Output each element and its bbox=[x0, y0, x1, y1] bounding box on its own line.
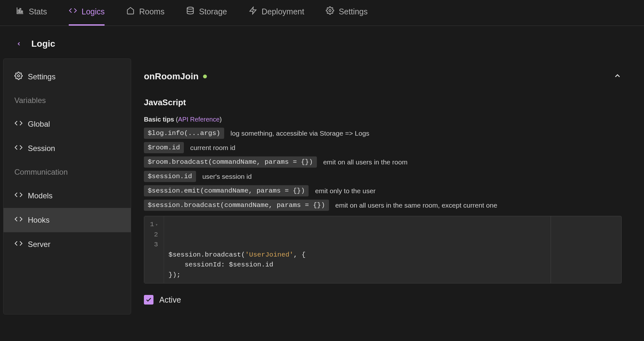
tab-storage[interactable]: Storage bbox=[186, 6, 227, 26]
main-panel: onRoomJoin JavaScript Basic tips (API Re… bbox=[144, 59, 641, 314]
tip-row: $session.iduser's session id bbox=[144, 171, 622, 182]
bolt-icon bbox=[249, 6, 257, 17]
gear-icon bbox=[14, 72, 23, 82]
tip-code: $log.info(...args) bbox=[144, 128, 224, 139]
svg-point-5 bbox=[329, 10, 331, 12]
code-line: }); bbox=[169, 270, 617, 280]
svg-rect-0 bbox=[18, 10, 19, 13]
sidebar-item-label: Settings bbox=[28, 72, 56, 81]
gear-icon bbox=[326, 6, 334, 17]
active-checkbox[interactable] bbox=[144, 295, 153, 305]
sidebar-item-models[interactable]: Models bbox=[4, 184, 131, 208]
sidebar-item-label: Global bbox=[28, 120, 50, 129]
code-icon bbox=[14, 191, 23, 201]
sidebar-section-variables: Variables bbox=[4, 89, 131, 112]
code-wrap-guide bbox=[551, 216, 551, 283]
tip-row: $log.info(...args)log something, accessi… bbox=[144, 128, 622, 139]
sidebar-item-session[interactable]: Session bbox=[4, 136, 131, 161]
tab-rooms[interactable]: Rooms bbox=[126, 6, 164, 26]
tip-desc: emit on all users in the same room, exce… bbox=[335, 202, 498, 209]
code-gutter: 1▾23 bbox=[144, 216, 164, 283]
language-title: JavaScript bbox=[144, 98, 622, 107]
tip-code: $session.emit(commandName, params = {}) bbox=[144, 185, 309, 196]
tips-list: $log.info(...args)log something, accessi… bbox=[144, 128, 622, 211]
code-icon bbox=[14, 143, 23, 154]
home-icon bbox=[126, 6, 135, 17]
tips-label: Basic tips bbox=[144, 116, 174, 123]
tab-logics[interactable]: Logics bbox=[69, 6, 105, 26]
back-button[interactable] bbox=[16, 41, 22, 47]
sidebar-item-global[interactable]: Global bbox=[4, 112, 131, 136]
active-label: Active bbox=[159, 295, 181, 305]
page-title: Logic bbox=[31, 39, 55, 49]
stats-icon bbox=[16, 6, 24, 17]
svg-rect-1 bbox=[20, 9, 21, 13]
tip-desc: log something, accessible via Storage =>… bbox=[231, 130, 369, 137]
tip-code: $room.broadcast(commandName, params = {}… bbox=[144, 156, 317, 168]
sidebar-item-label: Session bbox=[28, 144, 55, 153]
code-icon bbox=[14, 119, 23, 129]
code-body[interactable]: $session.broadcast('UserJoined', { sessi… bbox=[164, 216, 621, 283]
tip-row: $session.emit(commandName, params = {})e… bbox=[144, 185, 622, 196]
api-reference-link[interactable]: API Reference bbox=[178, 116, 220, 123]
tip-row: $room.broadcast(commandName, params = {}… bbox=[144, 156, 622, 168]
svg-marker-4 bbox=[250, 7, 256, 14]
tab-settings[interactable]: Settings bbox=[326, 6, 367, 26]
tips-header: Basic tips (API Reference) bbox=[144, 116, 622, 123]
status-dot-active bbox=[203, 75, 207, 78]
code-icon bbox=[14, 215, 23, 225]
tip-code: $room.id bbox=[144, 142, 184, 153]
tab-label: Storage bbox=[199, 7, 227, 16]
sidebar-item-label: Server bbox=[28, 240, 51, 249]
tab-label: Settings bbox=[339, 7, 367, 16]
active-row: Active bbox=[144, 295, 622, 305]
sidebar-item-label: Models bbox=[28, 191, 52, 200]
tab-label: Logics bbox=[82, 7, 105, 16]
tip-desc: user's session id bbox=[202, 173, 252, 180]
page-header: Logic bbox=[0, 26, 644, 59]
collapse-button[interactable] bbox=[613, 72, 622, 82]
svg-point-3 bbox=[187, 7, 194, 9]
tip-desc: current room id bbox=[190, 144, 235, 152]
tab-label: Stats bbox=[29, 7, 47, 16]
sidebar: Settings Variables Global Session Commun… bbox=[3, 59, 131, 314]
tip-code: $session.broadcast(commandName, params =… bbox=[144, 200, 329, 211]
sidebar-item-label: Hooks bbox=[28, 216, 50, 225]
sidebar-item-settings[interactable]: Settings bbox=[4, 65, 131, 89]
tip-row: $session.broadcast(commandName, params =… bbox=[144, 200, 622, 211]
tip-desc: emit only to the user bbox=[315, 187, 375, 195]
code-line: $session.broadcast('UserJoined', { bbox=[169, 250, 617, 260]
tab-label: Rooms bbox=[139, 7, 164, 16]
tip-row: $room.idcurrent room id bbox=[144, 142, 622, 153]
sidebar-item-server[interactable]: Server bbox=[4, 232, 131, 257]
svg-point-6 bbox=[18, 75, 20, 77]
top-tabs: Stats Logics Rooms Storage Deployment Se… bbox=[0, 0, 644, 26]
sidebar-item-hooks[interactable]: Hooks bbox=[4, 208, 131, 232]
tab-deployment[interactable]: Deployment bbox=[249, 6, 304, 26]
hook-header: onRoomJoin bbox=[144, 71, 622, 82]
code-icon bbox=[69, 6, 77, 17]
code-line: sessionId: $session.id bbox=[169, 260, 617, 270]
tab-label: Deployment bbox=[262, 7, 304, 16]
tab-stats[interactable]: Stats bbox=[16, 6, 47, 26]
sidebar-section-communication: Communication bbox=[4, 161, 131, 184]
database-icon bbox=[186, 6, 194, 17]
code-icon bbox=[14, 239, 23, 250]
tip-desc: emit on all users in the room bbox=[323, 158, 408, 166]
code-editor[interactable]: 1▾23 $session.broadcast('UserJoined', { … bbox=[144, 216, 622, 283]
tip-code: $session.id bbox=[144, 171, 196, 182]
hook-title: onRoomJoin bbox=[144, 71, 199, 82]
svg-rect-2 bbox=[21, 11, 22, 12]
